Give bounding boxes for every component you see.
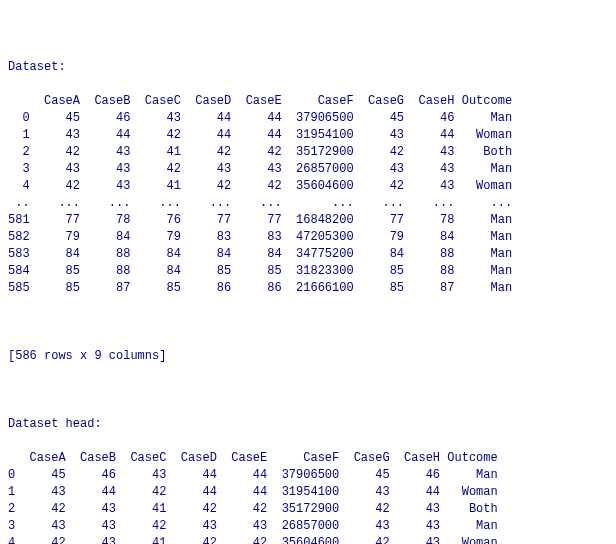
- dataset-label: Dataset:: [8, 59, 608, 76]
- dataset-head-label: Dataset head:: [8, 416, 608, 433]
- dataset-table: CaseA CaseB CaseC CaseD CaseE CaseF Case…: [8, 93, 608, 297]
- blank-line-1: [8, 314, 608, 331]
- blank-line-2: [8, 382, 608, 399]
- dataset-head-table: CaseA CaseB CaseC CaseD CaseE CaseF Case…: [8, 450, 608, 544]
- shape-line: [586 rows x 9 columns]: [8, 348, 608, 365]
